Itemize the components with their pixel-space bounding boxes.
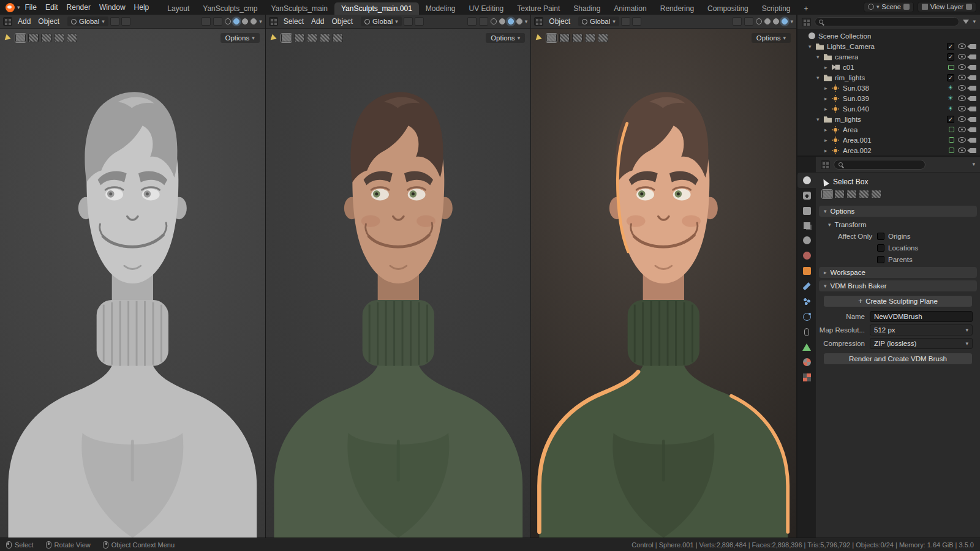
properties-tab-view-layer[interactable] — [797, 219, 816, 233]
properties-tab-material[interactable] — [797, 354, 816, 370]
select-mode-new-icon[interactable] — [546, 34, 557, 42]
select-mode-extend-icon[interactable] — [28, 34, 39, 42]
properties-tab-world[interactable] — [797, 248, 816, 263]
checkbox-icon[interactable]: ✓ — [877, 233, 884, 240]
workspace-tab[interactable]: Compositing — [701, 2, 755, 15]
select-mode-intersect-icon[interactable] — [598, 34, 608, 42]
viewport-options-dropdown[interactable]: Options ▾ — [221, 33, 260, 43]
properties-search-input[interactable] — [834, 160, 925, 170]
workspace-tab[interactable]: YanSculpts_cmp — [196, 2, 264, 15]
affect-only-option[interactable]: ✓ Origins — [877, 231, 973, 241]
proportional-edit-icon[interactable] — [121, 17, 130, 26]
snap-icon[interactable] — [110, 17, 119, 26]
shading-rendered-icon[interactable] — [251, 18, 257, 24]
vdm-name-input[interactable] — [870, 311, 973, 322]
select-mode-intersect-icon[interactable] — [67, 34, 77, 42]
expand-arrow-icon[interactable]: ▸ — [824, 148, 831, 154]
hide-eye-icon[interactable] — [958, 43, 966, 49]
properties-tab-object[interactable] — [797, 263, 816, 279]
hide-eye-icon[interactable] — [958, 127, 966, 132]
outliner-row[interactable]: ▾ camera ✓ — [797, 51, 980, 62]
tweak-tool-icon[interactable] — [536, 34, 543, 42]
outliner-editor-icon[interactable] — [802, 18, 811, 26]
shading-solid-icon[interactable] — [499, 18, 505, 24]
expand-arrow-icon[interactable]: ▾ — [816, 116, 823, 122]
shading-rendered-icon[interactable] — [782, 18, 788, 24]
exclude-checkbox[interactable]: ✓ — [947, 74, 954, 81]
overlays-icon[interactable] — [744, 17, 753, 26]
hide-eye-icon[interactable] — [958, 75, 966, 80]
render-visibility-icon[interactable] — [970, 107, 976, 111]
select-mode-subtract-icon[interactable] — [41, 34, 51, 42]
select-mode-extend-icon[interactable] — [834, 190, 845, 198]
properties-tab-modifiers[interactable] — [797, 279, 816, 294]
render-visibility-icon[interactable] — [970, 148, 976, 153]
new-view-layer-icon[interactable] — [966, 4, 972, 10]
blender-logo-icon[interactable] — [6, 3, 15, 12]
vdm-compression-dropdown[interactable]: ZIP (lossless) ▾ — [870, 338, 973, 349]
tweak-tool-icon[interactable] — [5, 34, 12, 42]
workspace-tab[interactable]: Shading — [567, 2, 607, 15]
checkbox-icon[interactable]: ✓ — [877, 256, 884, 263]
properties-tab-scene[interactable] — [797, 233, 816, 248]
hide-eye-icon[interactable] — [958, 54, 966, 59]
outliner-row[interactable]: ▸ Area ✓ — [797, 124, 980, 135]
affect-only-option[interactable]: ✓ Locations — [877, 243, 973, 253]
topbar-menu-item[interactable]: Edit — [41, 1, 62, 13]
hide-eye-icon[interactable] — [958, 148, 966, 153]
viewport-canvas-rendered[interactable] — [531, 29, 796, 538]
show-gizmo-icon[interactable] — [467, 17, 477, 26]
hide-eye-icon[interactable] — [958, 137, 966, 143]
select-mode-intersect-icon[interactable] — [333, 34, 343, 42]
render-visibility-icon[interactable] — [970, 44, 976, 49]
editor-type-icon[interactable] — [269, 17, 278, 26]
workspace-tab[interactable]: Rendering — [654, 2, 701, 15]
shading-material-icon[interactable] — [773, 18, 779, 24]
viewport-options-dropdown[interactable]: Options ▾ — [486, 33, 525, 43]
viewport-menu-item[interactable]: Add — [307, 16, 328, 27]
expand-arrow-icon[interactable]: ▸ — [824, 137, 831, 143]
render-visibility-icon[interactable] — [970, 65, 976, 70]
hide-eye-icon[interactable] — [958, 106, 966, 111]
topbar-menu-item[interactable]: Help — [130, 1, 154, 13]
editor-type-icon[interactable] — [3, 17, 12, 26]
view-layer-selector[interactable]: View Layer — [918, 2, 976, 12]
expand-arrow-icon[interactable]: ▸ — [824, 64, 831, 70]
shading-dropdown-icon[interactable]: ▾ — [790, 19, 793, 24]
render-visibility-icon[interactable] — [970, 75, 976, 80]
workspace-tab[interactable]: Modeling — [419, 2, 462, 15]
select-mode-invert-icon[interactable] — [859, 190, 869, 198]
show-gizmo-icon[interactable] — [733, 17, 742, 26]
workspace-tab[interactable]: Layout — [160, 2, 196, 15]
filter-icon[interactable] — [963, 20, 969, 24]
workspace-tab[interactable]: YanSculpts_main.001 — [334, 2, 419, 15]
snap-icon[interactable] — [404, 17, 413, 26]
select-mode-subtract-icon[interactable] — [572, 34, 582, 42]
select-mode-subtract-icon[interactable] — [307, 34, 317, 42]
shading-wireframe-icon[interactable] — [756, 18, 762, 24]
workspace-tab[interactable]: + — [797, 2, 815, 15]
properties-tab-render[interactable] — [797, 188, 816, 203]
shading-wireframe-icon[interactable] — [491, 18, 497, 24]
exclude-checkbox[interactable]: ✓ — [947, 43, 954, 50]
checkbox-icon[interactable]: ✓ — [877, 244, 884, 252]
select-mode-invert-icon[interactable] — [585, 34, 595, 42]
editor-type-icon[interactable] — [534, 17, 543, 26]
select-mode-new-icon[interactable] — [822, 190, 832, 198]
select-mode-extend-icon[interactable] — [294, 34, 304, 42]
viewport-options-dropdown[interactable]: Options ▾ — [752, 33, 791, 43]
outliner-row[interactable]: ▸ Sun.040 ✓ — [797, 103, 980, 114]
panel-vdm-header[interactable]: ▾ VDM Brush Baker — [819, 280, 977, 291]
select-mode-new-icon[interactable] — [281, 34, 292, 42]
outliner-row[interactable]: ▸ Area.002 ✓ — [797, 145, 980, 156]
properties-tab-particles[interactable] — [797, 294, 816, 309]
outliner-row[interactable]: ▸ Sun.039 ✓ — [797, 93, 980, 103]
affect-only-option[interactable]: ✓ Parents — [877, 255, 973, 264]
render-visibility-icon[interactable] — [970, 86, 976, 91]
shading-solid-icon[interactable] — [233, 18, 239, 24]
outliner-row[interactable]: ▸ Area.001 ✓ — [797, 135, 980, 145]
expand-arrow-icon[interactable]: ▸ — [824, 85, 831, 91]
transform-orientation-dropdown[interactable]: Global ▾ — [67, 17, 108, 26]
properties-tab-data[interactable] — [797, 340, 816, 354]
select-mode-invert-icon[interactable] — [320, 34, 330, 42]
